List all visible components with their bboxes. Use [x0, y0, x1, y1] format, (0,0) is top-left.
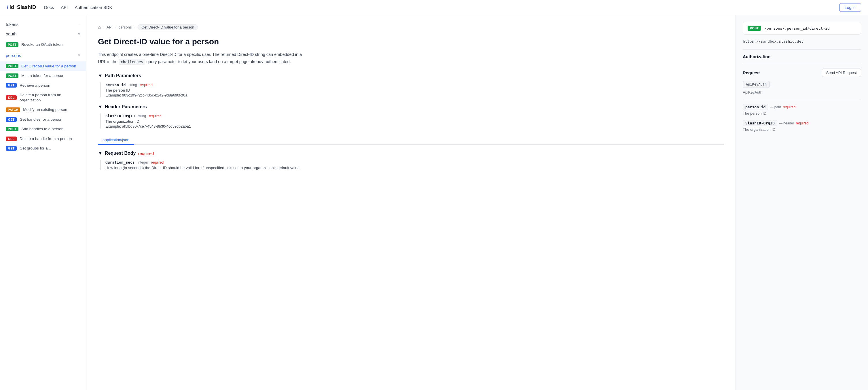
sidebar: tokens › oauth ∨ POST Revoke an OAuth to…: [0, 15, 86, 390]
brand-name: SlashID: [17, 4, 36, 10]
right-param-name-row-1: person_id — path required: [743, 104, 861, 110]
param-example-person-id: Example: 903c1ff9-f2cc-435c-b242-9d8a690…: [105, 93, 724, 97]
sidebar-item-label: Revoke an OAuth token: [21, 42, 62, 47]
nav-api[interactable]: API: [61, 5, 68, 10]
badge-post-4: POST: [6, 127, 19, 131]
sandbox-url: https://sandbox.slashid.dev: [743, 39, 861, 43]
sidebar-item-label-modify: Modify an existing person: [23, 107, 67, 112]
path-params-section: ▼ Path Parameters person_id string requi…: [98, 73, 724, 97]
sidebar-item-label-get-groups: Get groups for a...: [20, 146, 51, 151]
sidebar-section-tokens[interactable]: tokens ›: [0, 20, 86, 29]
request-body-label: Request Body: [105, 151, 136, 156]
sidebar-item-label-delete-handle: Delete a handle from a person: [20, 136, 72, 142]
right-param-person-id: person_id — path required The person ID: [743, 104, 861, 116]
sidebar-oauth-label: oauth: [6, 31, 17, 36]
sidebar-item-revoke-oauth[interactable]: POST Revoke an OAuth token: [0, 40, 86, 50]
sidebar-item-get-groups[interactable]: GET Get groups for a...: [0, 144, 86, 153]
param-desc-orgid: The organization ID: [105, 119, 724, 124]
param-required-orgid: required: [149, 114, 161, 118]
authorization-title: Authorization: [743, 54, 861, 59]
sidebar-item-modify-person[interactable]: PATCH Modify an existing person: [0, 105, 86, 115]
sidebar-item-get-handles[interactable]: GET Get handles for a person: [0, 115, 86, 124]
request-body-title[interactable]: ▼ Request Body required: [98, 151, 724, 156]
desc-part2: query parameter to let your users land o…: [145, 59, 290, 64]
param-person-id: person_id string required The person ID …: [105, 82, 724, 97]
sidebar-oauth-items: POST Revoke an OAuth token: [0, 39, 86, 51]
badge-get-3: GET: [6, 146, 17, 151]
path-params-container: person_id string required The person ID …: [100, 82, 724, 97]
divider-1: [743, 49, 861, 50]
breadcrumb-persons[interactable]: persons: [118, 25, 132, 29]
logo[interactable]: /id SlashID: [7, 4, 36, 10]
nav-auth-sdk[interactable]: Authentication SDK: [74, 5, 112, 10]
badge-del-1: DEL: [6, 95, 17, 100]
breadcrumb-api[interactable]: API: [106, 25, 113, 29]
arrow-down-icon-3: ▼: [98, 151, 102, 156]
sidebar-item-get-directid[interactable]: POST Get Direct-ID value for a person: [0, 61, 86, 71]
logo-slash: /: [7, 4, 8, 10]
right-param-orgid: SlashID-OrgID — header required The orga…: [743, 120, 861, 132]
sidebar-item-label-directid: Get Direct-ID value for a person: [21, 64, 76, 69]
path-params-label: Path Parameters: [105, 73, 141, 78]
endpoint-badge: POST /persons/:person_id/direct-id: [743, 22, 861, 35]
tab-application-json[interactable]: application/json: [98, 136, 134, 145]
path-params-title[interactable]: ▼ Path Parameters: [98, 73, 724, 78]
request-title: Request: [743, 70, 760, 75]
sidebar-item-delete-handle[interactable]: DEL Delete a handle from a person: [0, 134, 86, 144]
param-type-person-id: string: [128, 83, 137, 87]
right-panel: POST /persons/:person_id/direct-id https…: [736, 15, 868, 390]
badge-get-2: GET: [6, 117, 17, 122]
nav-links: Docs API Authentication SDK: [44, 5, 112, 10]
sidebar-item-delete-person[interactable]: DEL Delete a person from an organization: [0, 90, 86, 105]
breadcrumb-sep-1: ›: [103, 25, 104, 29]
right-param-desc-2: The organization ID: [743, 127, 861, 132]
right-param-location-1: — path: [770, 105, 781, 109]
chevron-right-icon: ›: [79, 23, 80, 27]
param-type-orgid: string: [138, 114, 146, 118]
request-body-required: required: [138, 151, 154, 156]
param-example-orgid: Example: af5fbd30-7ce7-4548-8b30-4cd59cb…: [105, 124, 724, 128]
sidebar-section-oauth[interactable]: oauth ∨: [0, 29, 86, 39]
right-param-name-row-2: SlashID-OrgID — header required: [743, 120, 861, 126]
nav-docs[interactable]: Docs: [44, 5, 54, 10]
arrow-down-icon-2: ▼: [98, 104, 102, 110]
badge-post: POST: [6, 42, 19, 47]
right-param-desc-1: The person ID: [743, 111, 861, 116]
sidebar-persons-items: POST Get Direct-ID value for a person PO…: [0, 60, 86, 154]
sidebar-item-label-get-handles: Get handles for a person: [20, 117, 62, 122]
body-param-type-duration: integer: [138, 160, 148, 164]
badge-del-2: DEL: [6, 137, 17, 141]
content-tabs: application/json: [98, 136, 724, 145]
sidebar-item-retrieve-person[interactable]: GET Retrieve a person: [0, 81, 86, 90]
page-description: This endpoint creates a one-time Direct-…: [98, 51, 305, 65]
chevron-down-icon-2: ∨: [78, 53, 80, 57]
breadcrumb-current: Get Direct-ID value for a person: [138, 24, 198, 30]
right-param-location-2: — header: [779, 121, 794, 125]
param-name-orgid: SlashID-OrgID: [105, 114, 135, 118]
chevron-down-icon: ∨: [78, 32, 80, 36]
sidebar-tokens-label: tokens: [6, 22, 19, 27]
logo-id: id: [9, 4, 14, 10]
send-api-request-button[interactable]: Send API Request: [822, 68, 861, 77]
badge-post-2: POST: [6, 64, 19, 68]
breadcrumb-sep-2: ›: [115, 25, 116, 29]
page-title: Get Direct-ID value for a person: [98, 37, 724, 47]
header-params-title[interactable]: ▼ Header Parameters: [98, 104, 724, 110]
badge-post-3: POST: [6, 73, 19, 78]
main-layout: tokens › oauth ∨ POST Revoke an OAuth to…: [0, 15, 868, 390]
header-params-label: Header Parameters: [105, 104, 147, 110]
endpoint-method: POST: [748, 26, 761, 31]
sidebar-item-label-delete: Delete a person from an organization: [20, 92, 80, 102]
header-params-section: ▼ Header Parameters SlashID-OrgID string…: [98, 104, 724, 128]
sidebar-item-add-handles[interactable]: POST Add handles to a person: [0, 124, 86, 134]
login-button[interactable]: Log in: [839, 3, 861, 12]
sidebar-item-mint-token[interactable]: POST Mint a token for a person: [0, 71, 86, 81]
right-param-required-1: required: [783, 105, 796, 109]
header-params-container: SlashID-OrgID string required The organi…: [100, 114, 724, 128]
right-param-name-2: SlashID-OrgID: [743, 120, 777, 126]
sidebar-section-persons[interactable]: persons ∨: [0, 51, 86, 60]
auth-chip[interactable]: ApiKeyAuth: [743, 81, 770, 88]
home-icon[interactable]: ⌂: [98, 25, 101, 30]
body-param-desc-duration: How long (in seconds) the Direct-ID shou…: [105, 166, 724, 170]
top-nav: /id SlashID Docs API Authentication SDK …: [0, 0, 868, 15]
